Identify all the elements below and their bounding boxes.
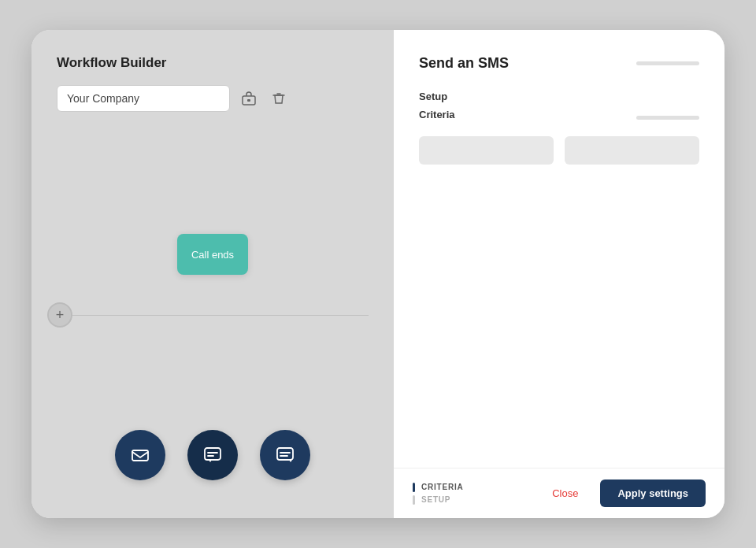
criteria-input-2[interactable]	[565, 136, 699, 165]
criteria-tab-label: CRITERIA	[421, 483, 464, 491]
close-button[interactable]: Close	[543, 481, 587, 505]
action-buttons-row	[57, 430, 369, 499]
criteria-label: Criteria	[419, 109, 455, 120]
bottom-actions: Close Apply settings	[543, 480, 706, 507]
call-ends-label: Call ends	[191, 249, 234, 261]
criteria-tab-indicator	[413, 483, 415, 492]
left-panel: Workflow Builder +	[32, 30, 394, 518]
sms-title: Send an SMS	[419, 55, 509, 72]
criteria-input-1[interactable]	[419, 136, 554, 165]
workflow-input-row	[57, 85, 369, 112]
right-panel: Send an SMS Setup Criteria CRITERIA SETU…	[394, 30, 724, 518]
canvas-divider	[57, 315, 369, 316]
plus-icon: +	[56, 307, 65, 324]
save-icon-button[interactable]	[238, 87, 260, 109]
email-action-button[interactable]	[115, 430, 165, 480]
criteria-row: Criteria	[419, 109, 699, 127]
setup-label: Setup	[419, 91, 699, 102]
svg-rect-2	[132, 450, 148, 461]
header-decoration-line	[636, 61, 699, 65]
delete-icon-button[interactable]	[268, 87, 290, 109]
email-icon	[130, 445, 150, 465]
workflow-title: Workflow Builder	[57, 55, 369, 71]
call-ends-node[interactable]: Call ends	[177, 234, 248, 275]
right-header: Send an SMS	[419, 55, 699, 72]
criteria-inputs-row	[419, 136, 699, 165]
workflow-name-input[interactable]	[57, 85, 230, 112]
svg-rect-3	[205, 448, 220, 460]
setup-tab-indicator	[413, 495, 415, 505]
svg-rect-4	[277, 448, 293, 460]
sms2-action-button[interactable]	[260, 430, 310, 480]
setup-tab[interactable]: SETUP	[413, 495, 464, 505]
sms-icon	[202, 445, 223, 465]
sms-action-button[interactable]	[187, 430, 238, 480]
svg-rect-1	[247, 99, 250, 102]
criteria-decoration-line	[636, 116, 699, 120]
bottom-tabs: CRITERIA SETUP	[413, 483, 464, 505]
sms2-icon	[275, 445, 295, 465]
criteria-tab[interactable]: CRITERIA	[413, 483, 464, 492]
setup-tab-label: SETUP	[421, 495, 450, 504]
canvas-area: + Call ends	[57, 131, 369, 499]
main-card: Workflow Builder +	[32, 30, 724, 518]
apply-settings-button[interactable]: Apply settings	[600, 480, 706, 507]
add-node-button[interactable]: +	[47, 302, 72, 328]
bottom-bar: CRITERIA SETUP Close Apply settings	[394, 468, 724, 518]
